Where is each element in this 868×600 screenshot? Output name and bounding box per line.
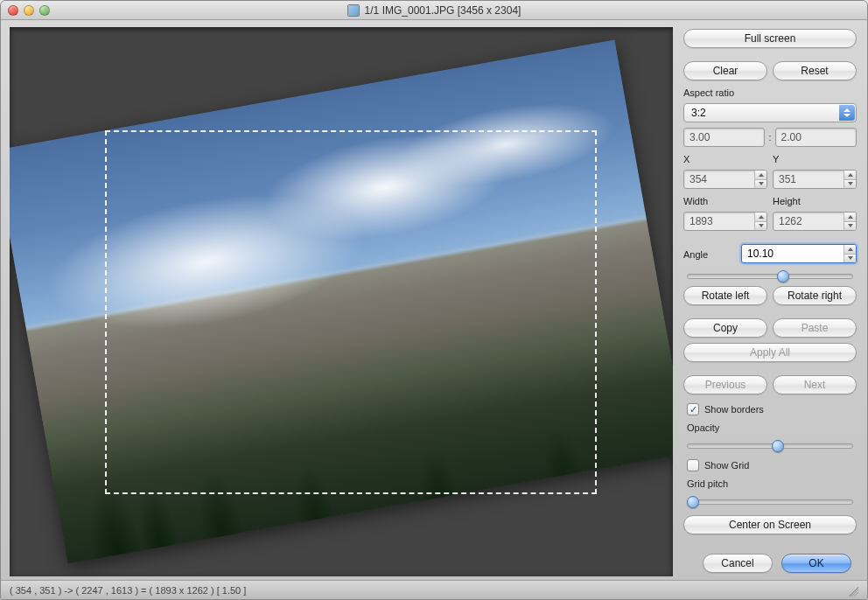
angle-slider[interactable] — [687, 274, 853, 279]
angle-input[interactable] — [742, 248, 844, 260]
content-area: Full screen Clear Reset Aspect ratio 3:2… — [1, 20, 867, 580]
y-label: Y — [773, 154, 857, 164]
apply-all-button[interactable]: Apply All — [683, 343, 857, 362]
y-stepper[interactable] — [844, 171, 856, 188]
y-input[interactable] — [774, 173, 844, 185]
x-stepper[interactable] — [754, 171, 766, 188]
controls-sidebar: Full screen Clear Reset Aspect ratio 3:2… — [676, 20, 867, 580]
reset-button[interactable]: Reset — [773, 61, 857, 80]
aspect-ratio-select[interactable]: 3:2 — [683, 103, 857, 122]
clear-button[interactable]: Clear — [683, 61, 767, 80]
y-field[interactable] — [773, 170, 857, 189]
select-arrows-icon — [839, 105, 855, 121]
full-screen-button[interactable]: Full screen — [683, 29, 857, 48]
statusbar: ( 354 , 351 ) -> ( 2247 , 1613 ) = ( 189… — [1, 580, 867, 599]
crop-selection[interactable] — [105, 130, 597, 494]
grid-pitch-slider-thumb[interactable] — [687, 496, 699, 508]
statusbar-text: ( 354 , 351 ) -> ( 2247 , 1613 ) = ( 189… — [10, 585, 246, 596]
angle-slider-thumb[interactable] — [777, 270, 789, 283]
document-icon — [347, 4, 360, 17]
ratio-colon: : — [768, 132, 771, 143]
x-input[interactable] — [684, 173, 754, 185]
copy-button[interactable]: Copy — [683, 318, 767, 338]
zoom-icon[interactable] — [39, 5, 50, 16]
angle-label: Angle — [683, 249, 736, 260]
window-title-text: 1/1 IMG_0001.JPG [3456 x 2304] — [365, 4, 522, 17]
opacity-label: Opacity — [687, 422, 857, 433]
opacity-slider-thumb[interactable] — [772, 440, 784, 452]
cancel-button[interactable]: Cancel — [703, 554, 773, 573]
close-icon[interactable] — [8, 5, 18, 16]
aspect-width-input[interactable] — [684, 131, 764, 143]
resize-grip-icon[interactable] — [846, 584, 858, 597]
show-borders-checkbox[interactable]: ✓ — [687, 403, 699, 415]
height-input[interactable] — [774, 215, 844, 227]
traffic-lights — [1, 5, 50, 16]
aspect-height-field[interactable] — [775, 128, 857, 147]
grid-pitch-label: Grid pitch — [687, 478, 857, 489]
width-stepper[interactable] — [754, 213, 766, 230]
aspect-ratio-label: Aspect ratio — [683, 87, 857, 98]
width-input[interactable] — [684, 215, 754, 227]
angle-stepper[interactable] — [844, 245, 856, 262]
app-window: 1/1 IMG_0001.JPG [3456 x 2304] Full scre… — [0, 0, 868, 600]
show-grid-checkbox[interactable] — [687, 459, 699, 471]
x-field[interactable] — [683, 170, 767, 189]
rotate-left-button[interactable]: Rotate left — [683, 286, 767, 305]
image-viewer[interactable] — [10, 27, 673, 576]
paste-button[interactable]: Paste — [773, 318, 857, 338]
height-field[interactable] — [773, 212, 857, 231]
show-borders-label: Show borders — [704, 404, 764, 415]
width-field[interactable] — [683, 212, 767, 231]
rotate-right-button[interactable]: Rotate right — [773, 286, 857, 305]
aspect-ratio-value: 3:2 — [691, 107, 706, 119]
height-stepper[interactable] — [844, 213, 856, 230]
opacity-slider[interactable] — [687, 443, 853, 449]
height-label: Height — [773, 196, 857, 206]
x-label: X — [683, 154, 767, 164]
next-button[interactable]: Next — [773, 375, 857, 394]
aspect-width-field[interactable] — [683, 128, 765, 147]
center-on-screen-button[interactable]: Center on Screen — [683, 515, 857, 534]
ok-button[interactable]: OK — [781, 554, 851, 573]
angle-field[interactable] — [741, 244, 857, 263]
titlebar[interactable]: 1/1 IMG_0001.JPG [3456 x 2304] — [1, 1, 867, 20]
width-label: Width — [683, 196, 767, 206]
minimize-icon[interactable] — [24, 5, 34, 16]
aspect-height-input[interactable] — [776, 131, 856, 143]
previous-button[interactable]: Previous — [683, 375, 767, 394]
grid-pitch-slider[interactable] — [687, 499, 853, 505]
show-grid-label: Show Grid — [704, 460, 749, 471]
canvas — [26, 34, 656, 569]
window-title: 1/1 IMG_0001.JPG [3456 x 2304] — [1, 4, 867, 17]
